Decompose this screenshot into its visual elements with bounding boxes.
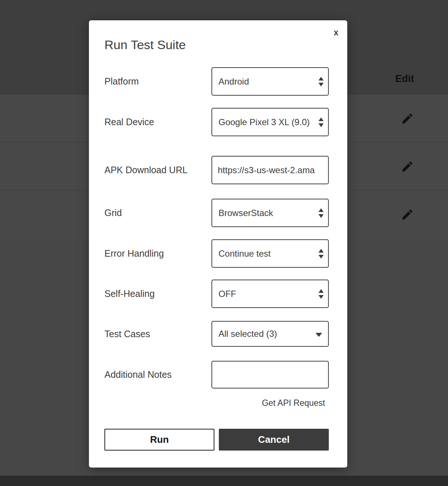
real-device-label: Real Device [104,117,154,127]
form-row-apk-url: APK Download URL [104,156,329,184]
get-api-request-link[interactable]: Get API Request [104,398,325,408]
self-healing-label: Self-Healing [104,288,155,299]
self-healing-value: OFF [218,289,236,299]
form-row-platform: Platform Android [104,67,329,96]
test-cases-dropdown[interactable]: All selected (3) [211,321,329,347]
form-row-error-handling: Error Handling Continue test [104,239,329,268]
test-cases-label: Test Cases [104,329,150,339]
run-test-suite-modal: x Run Test Suite Platform Android Real D… [89,20,347,468]
real-device-value: Google Pixel 3 XL (9.0) [218,117,310,127]
error-handling-select[interactable]: Continue test [211,239,329,268]
close-icon[interactable]: x [332,26,340,39]
apk-url-input[interactable] [211,156,329,184]
grid-value: BrowserStack [218,208,273,218]
updown-arrows-icon [318,117,324,127]
modal-title: Run Test Suite [104,37,329,52]
apk-url-label: APK Download URL [104,165,187,175]
chevron-down-icon [316,333,322,337]
platform-select[interactable]: Android [211,67,329,96]
real-device-select[interactable]: Google Pixel 3 XL (9.0) [211,108,329,136]
updown-arrows-icon [318,76,324,87]
form-row-self-healing: Self-Healing OFF [104,280,329,308]
test-cases-value: All selected (3) [218,329,277,339]
run-button[interactable]: Run [104,429,214,451]
grid-label: Grid [104,208,122,218]
grid-select[interactable]: BrowserStack [211,199,329,227]
cancel-button[interactable]: Cancel [219,429,329,451]
edit-pencil-icon[interactable] [401,208,414,221]
error-handling-label: Error Handling [104,248,164,259]
platform-value: Android [218,76,249,87]
updown-arrows-icon [318,249,324,259]
form-row-notes: Additional Notes [104,361,329,389]
background-footer-strip [0,476,448,486]
platform-label: Platform [104,76,139,87]
form-row-test-cases: Test Cases All selected (3) [104,321,329,347]
additional-notes-input[interactable] [211,361,329,389]
error-handling-value: Continue test [218,249,270,259]
edit-pencil-icon[interactable] [401,160,414,173]
modal-footer-buttons: Run Cancel [104,429,329,451]
edit-column-header: Edit [395,73,414,85]
edit-pencil-icon[interactable] [401,112,414,125]
form-row-real-device: Real Device Google Pixel 3 XL (9.0) [104,108,329,136]
notes-label: Additional Notes [104,369,172,380]
updown-arrows-icon [318,208,324,218]
self-healing-select[interactable]: OFF [211,280,329,308]
updown-arrows-icon [318,289,324,299]
form-row-grid: Grid BrowserStack [104,199,329,227]
